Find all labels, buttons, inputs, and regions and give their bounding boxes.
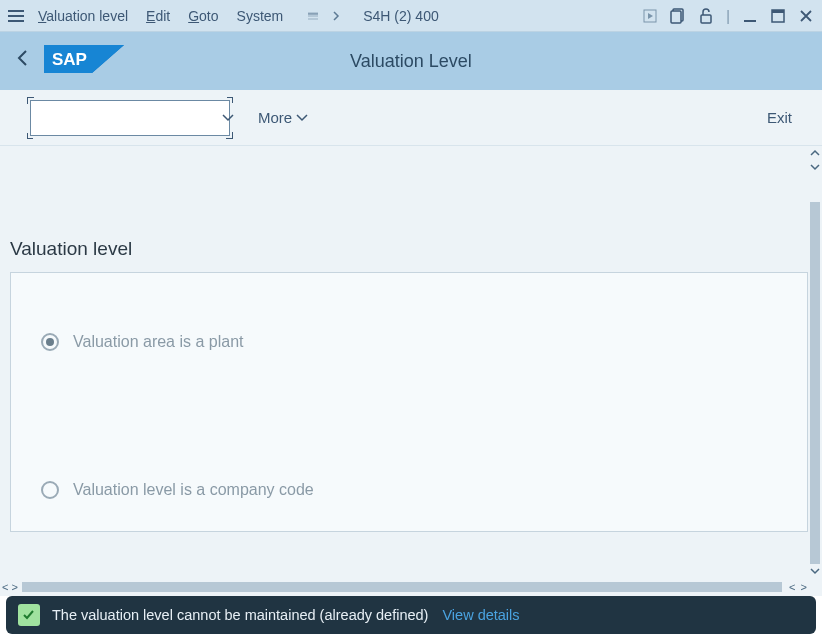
svg-rect-3 xyxy=(701,15,711,23)
svg-rect-2 xyxy=(671,11,681,23)
valuation-level-group: Valuation area is a plant Valuation leve… xyxy=(10,272,808,532)
page-title: Valuation Level xyxy=(350,51,472,72)
chevron-down-icon xyxy=(296,114,308,122)
scroll-left-icon[interactable]: < > xyxy=(0,581,20,593)
system-info: S4H (2) 400 xyxy=(363,8,438,24)
chevron-right-icon[interactable] xyxy=(331,10,341,22)
view-details-link[interactable]: View details xyxy=(442,607,519,623)
scroll-up-icon[interactable] xyxy=(808,146,822,160)
content-scroll: Valuation level Valuation area is a plan… xyxy=(0,146,808,578)
scroll-right-icon[interactable]: < > xyxy=(784,581,808,593)
scroll-down-icon[interactable] xyxy=(808,564,822,578)
radio-row-plant: Valuation area is a plant xyxy=(41,333,777,351)
scroll-down-small-icon[interactable] xyxy=(808,160,822,174)
play-icon[interactable] xyxy=(642,8,658,24)
radio-company-code-label: Valuation level is a company code xyxy=(73,481,314,499)
scroll-track[interactable] xyxy=(810,202,820,564)
svg-rect-4 xyxy=(744,20,756,22)
menu-edit[interactable]: Edit xyxy=(146,8,170,24)
menu-system[interactable]: System xyxy=(237,8,284,24)
success-icon xyxy=(18,604,40,626)
more-label: More xyxy=(258,109,292,126)
svg-rect-6 xyxy=(772,10,784,13)
session-icon[interactable] xyxy=(670,8,686,24)
divider: | xyxy=(726,8,730,24)
back-button[interactable] xyxy=(16,48,30,74)
maximize-icon[interactable] xyxy=(770,8,786,24)
command-dropdown[interactable] xyxy=(222,114,234,122)
command-field-wrap xyxy=(30,100,230,136)
status-message: The valuation level cannot be maintained… xyxy=(52,607,428,623)
window-controls: | xyxy=(642,8,814,24)
group-heading: Valuation level xyxy=(0,146,808,272)
radio-plant[interactable] xyxy=(41,333,59,351)
hscroll-track[interactable] xyxy=(22,582,782,592)
vertical-scrollbar[interactable] xyxy=(808,146,822,578)
sap-logo: SAP xyxy=(44,39,124,83)
status-bar: The valuation level cannot be maintained… xyxy=(6,596,816,634)
unlock-icon[interactable] xyxy=(698,8,714,24)
radio-row-company-code: Valuation level is a company code xyxy=(41,481,777,499)
header-bar: SAP Valuation Level xyxy=(0,32,822,90)
radio-company-code[interactable] xyxy=(41,481,59,499)
menu-valuation-level[interactable]: Valuation level xyxy=(38,8,128,24)
minimize-icon[interactable] xyxy=(742,8,758,24)
command-field[interactable] xyxy=(31,101,222,135)
more-button[interactable]: More xyxy=(258,109,308,126)
svg-text:SAP: SAP xyxy=(52,50,87,69)
close-icon[interactable] xyxy=(798,8,814,24)
content-area: Valuation level Valuation area is a plan… xyxy=(0,146,822,596)
hamburger-menu-icon[interactable] xyxy=(8,10,24,22)
menu-goto[interactable]: Goto xyxy=(188,8,218,24)
exit-button[interactable]: Exit xyxy=(767,109,792,126)
toolbar: More Exit xyxy=(0,90,822,146)
menubar: Valuation level Edit Goto System S4H (2)… xyxy=(0,0,822,32)
menu-overflow-icon[interactable] xyxy=(307,10,319,22)
horizontal-scrollbar[interactable]: < > < > xyxy=(0,578,808,596)
radio-plant-label: Valuation area is a plant xyxy=(73,333,243,351)
